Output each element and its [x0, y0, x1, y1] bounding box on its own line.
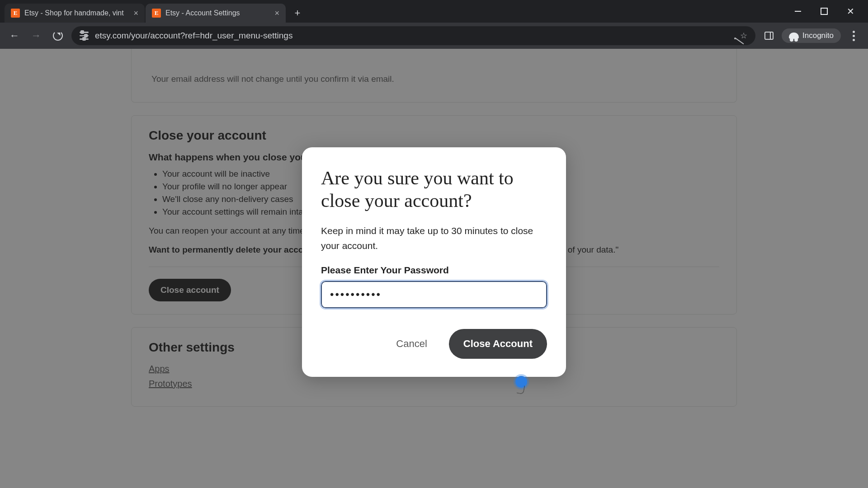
tab-close-icon[interactable]: ×: [274, 9, 279, 18]
side-panel-icon[interactable]: [761, 28, 777, 44]
browser-menu-button[interactable]: [845, 28, 862, 44]
close-account-confirm-button[interactable]: Close Account: [449, 329, 547, 359]
password-label: Please Enter Your Password: [321, 265, 547, 276]
window-controls: ✕: [785, 0, 868, 23]
url-text: etsy.com/your/account?ref=hdr_user_menu-…: [95, 31, 727, 41]
browser-toolbar: ← → etsy.com/your/account?ref=hdr_user_m…: [0, 23, 868, 49]
favicon-etsy-icon: E: [152, 9, 161, 18]
modal-title: Are you sure you want to close your acco…: [321, 167, 547, 212]
tab-title: Etsy - Shop for handmade, vint: [24, 9, 129, 17]
window-maximize-icon[interactable]: [811, 2, 837, 21]
toolbar-right: Incognito: [761, 28, 862, 44]
tab-strip: E Etsy - Shop for handmade, vint × E Ets…: [0, 0, 868, 23]
tab-etsy-account-settings[interactable]: E Etsy - Account Settings ×: [146, 4, 286, 23]
modal-actions: Cancel Close Account: [321, 329, 547, 359]
address-bar[interactable]: etsy.com/your/account?ref=hdr_user_menu-…: [71, 26, 755, 45]
nav-back-button[interactable]: ←: [6, 28, 23, 44]
close-account-modal: Are you sure you want to close your acco…: [302, 147, 566, 377]
tab-etsy-shop[interactable]: E Etsy - Shop for handmade, vint ×: [5, 4, 145, 23]
site-settings-icon[interactable]: [80, 32, 89, 40]
tab-close-icon[interactable]: ×: [133, 9, 138, 18]
cancel-button[interactable]: Cancel: [396, 338, 427, 350]
bookmark-star-icon[interactable]: ☆: [740, 31, 747, 41]
modal-hint: Keep in mind it may take up to 30 minute…: [321, 224, 547, 253]
nav-forward-button[interactable]: →: [28, 28, 44, 44]
tab-title: Etsy - Account Settings: [165, 9, 270, 17]
nav-reload-button[interactable]: [50, 28, 66, 44]
window-close-icon[interactable]: ✕: [837, 2, 863, 21]
password-input[interactable]: [321, 281, 547, 308]
incognito-label: Incognito: [802, 31, 834, 40]
favicon-etsy-icon: E: [11, 9, 20, 18]
new-tab-button[interactable]: +: [289, 5, 306, 21]
incognito-chip[interactable]: Incognito: [782, 28, 841, 43]
window-minimize-icon[interactable]: [785, 2, 811, 21]
incognito-icon: [789, 33, 799, 39]
browser-chrome: E Etsy - Shop for handmade, vint × E Ets…: [0, 0, 868, 49]
